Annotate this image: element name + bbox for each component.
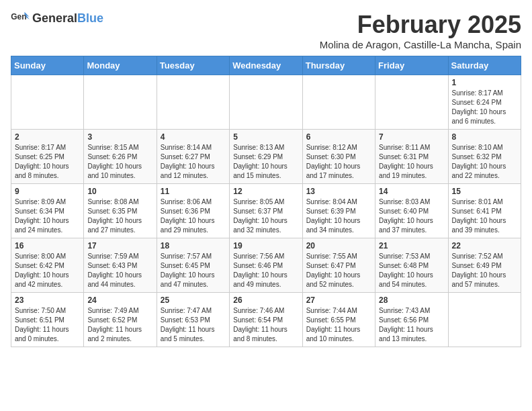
calendar-cell: 4Sunrise: 8:14 AM Sunset: 6:27 PM Daylig… — [157, 130, 229, 184]
calendar-cell: 12Sunrise: 8:05 AM Sunset: 6:37 PM Dayli… — [230, 184, 302, 238]
svg-text:Gen: Gen — [11, 12, 26, 21]
calendar-week-row: 1Sunrise: 8:17 AM Sunset: 6:24 PM Daylig… — [11, 75, 521, 130]
day-info: Sunrise: 8:03 AM Sunset: 6:40 PM Dayligh… — [379, 197, 444, 235]
day-info: Sunrise: 8:08 AM Sunset: 6:35 PM Dayligh… — [87, 197, 152, 235]
day-number: 15 — [452, 187, 517, 196]
weekday-header: Sunday — [11, 56, 84, 75]
day-info: Sunrise: 8:10 AM Sunset: 6:32 PM Dayligh… — [452, 143, 517, 181]
calendar-week-row: 16Sunrise: 8:00 AM Sunset: 6:42 PM Dayli… — [11, 238, 521, 293]
logo: Gen GeneralBlue — [11, 11, 103, 27]
calendar-cell: 7Sunrise: 8:11 AM Sunset: 6:31 PM Daylig… — [375, 130, 448, 184]
day-number: 24 — [87, 295, 152, 305]
day-info: Sunrise: 8:05 AM Sunset: 6:37 PM Dayligh… — [233, 197, 298, 235]
day-number: 26 — [233, 295, 298, 305]
day-number: 8 — [452, 132, 517, 142]
calendar: SundayMondayTuesdayWednesdayThursdayFrid… — [11, 56, 521, 347]
day-number: 2 — [15, 132, 80, 142]
calendar-cell: 3Sunrise: 8:15 AM Sunset: 6:26 PM Daylig… — [84, 130, 157, 184]
header: Gen GeneralBlue February 2025 Molina de … — [11, 11, 521, 50]
day-info: Sunrise: 7:56 AM Sunset: 6:46 PM Dayligh… — [233, 252, 298, 289]
calendar-cell: 17Sunrise: 7:59 AM Sunset: 6:43 PM Dayli… — [84, 238, 157, 293]
calendar-cell: 8Sunrise: 8:10 AM Sunset: 6:32 PM Daylig… — [448, 130, 521, 184]
calendar-cell: 9Sunrise: 8:09 AM Sunset: 6:34 PM Daylig… — [11, 184, 84, 238]
day-info: Sunrise: 7:49 AM Sunset: 6:52 PM Dayligh… — [87, 306, 152, 344]
location-title: Molina de Aragon, Castille-La Mancha, Sp… — [320, 39, 521, 50]
calendar-cell: 27Sunrise: 7:44 AM Sunset: 6:55 PM Dayli… — [302, 293, 375, 347]
weekday-header: Saturday — [448, 56, 521, 75]
day-info: Sunrise: 7:44 AM Sunset: 6:55 PM Dayligh… — [306, 306, 371, 344]
calendar-cell: 22Sunrise: 7:52 AM Sunset: 6:49 PM Dayli… — [448, 238, 521, 293]
month-title: February 2025 — [320, 11, 521, 39]
day-number: 17 — [87, 241, 152, 250]
calendar-cell: 13Sunrise: 8:04 AM Sunset: 6:39 PM Dayli… — [302, 184, 375, 238]
calendar-cell — [84, 75, 157, 130]
calendar-cell — [11, 75, 84, 130]
weekday-header: Wednesday — [230, 56, 302, 75]
calendar-cell: 16Sunrise: 8:00 AM Sunset: 6:42 PM Dayli… — [11, 238, 84, 293]
day-info: Sunrise: 8:01 AM Sunset: 6:41 PM Dayligh… — [452, 197, 517, 235]
day-number: 9 — [15, 187, 80, 196]
day-number: 5 — [233, 132, 298, 142]
calendar-cell: 25Sunrise: 7:47 AM Sunset: 6:53 PM Dayli… — [157, 293, 229, 347]
day-number: 22 — [452, 241, 517, 250]
day-info: Sunrise: 7:55 AM Sunset: 6:47 PM Dayligh… — [306, 252, 371, 289]
day-number: 6 — [306, 132, 371, 142]
day-info: Sunrise: 8:13 AM Sunset: 6:29 PM Dayligh… — [233, 143, 298, 181]
day-number: 19 — [233, 241, 298, 250]
calendar-cell: 21Sunrise: 7:53 AM Sunset: 6:48 PM Dayli… — [375, 238, 448, 293]
day-number: 21 — [379, 241, 444, 250]
day-info: Sunrise: 8:04 AM Sunset: 6:39 PM Dayligh… — [306, 197, 371, 235]
calendar-cell: 24Sunrise: 7:49 AM Sunset: 6:52 PM Dayli… — [84, 293, 157, 347]
day-info: Sunrise: 8:17 AM Sunset: 6:25 PM Dayligh… — [15, 143, 80, 181]
calendar-cell: 19Sunrise: 7:56 AM Sunset: 6:46 PM Dayli… — [230, 238, 302, 293]
calendar-week-row: 23Sunrise: 7:50 AM Sunset: 6:51 PM Dayli… — [11, 293, 521, 347]
weekday-header: Tuesday — [157, 56, 229, 75]
day-info: Sunrise: 8:15 AM Sunset: 6:26 PM Dayligh… — [87, 143, 152, 181]
calendar-cell — [302, 75, 375, 130]
day-number: 4 — [161, 132, 226, 142]
day-number: 23 — [15, 295, 80, 305]
day-number: 11 — [161, 187, 226, 196]
day-info: Sunrise: 7:46 AM Sunset: 6:54 PM Dayligh… — [233, 306, 298, 344]
day-info: Sunrise: 8:14 AM Sunset: 6:27 PM Dayligh… — [161, 143, 226, 181]
calendar-week-row: 9Sunrise: 8:09 AM Sunset: 6:34 PM Daylig… — [11, 184, 521, 238]
calendar-cell: 5Sunrise: 8:13 AM Sunset: 6:29 PM Daylig… — [230, 130, 302, 184]
calendar-cell: 23Sunrise: 7:50 AM Sunset: 6:51 PM Dayli… — [11, 293, 84, 347]
calendar-cell: 11Sunrise: 8:06 AM Sunset: 6:36 PM Dayli… — [157, 184, 229, 238]
calendar-cell: 15Sunrise: 8:01 AM Sunset: 6:41 PM Dayli… — [448, 184, 521, 238]
day-number: 20 — [306, 241, 371, 250]
title-area: February 2025 Molina de Aragon, Castille… — [320, 11, 521, 50]
day-number: 1 — [452, 78, 517, 87]
calendar-cell: 10Sunrise: 8:08 AM Sunset: 6:35 PM Dayli… — [84, 184, 157, 238]
weekday-header: Thursday — [302, 56, 375, 75]
calendar-cell — [375, 75, 448, 130]
day-info: Sunrise: 7:59 AM Sunset: 6:43 PM Dayligh… — [87, 252, 152, 289]
day-info: Sunrise: 7:53 AM Sunset: 6:48 PM Dayligh… — [379, 252, 444, 289]
day-info: Sunrise: 8:00 AM Sunset: 6:42 PM Dayligh… — [15, 252, 80, 289]
calendar-cell: 28Sunrise: 7:43 AM Sunset: 6:56 PM Dayli… — [375, 293, 448, 347]
day-info: Sunrise: 7:47 AM Sunset: 6:53 PM Dayligh… — [161, 306, 226, 344]
day-info: Sunrise: 7:52 AM Sunset: 6:49 PM Dayligh… — [452, 252, 517, 289]
day-number: 14 — [379, 187, 444, 196]
logo-blue: Blue — [77, 11, 103, 25]
calendar-header-row: SundayMondayTuesdayWednesdayThursdayFrid… — [11, 56, 521, 75]
calendar-cell — [448, 293, 521, 347]
calendar-cell — [230, 75, 302, 130]
day-number: 3 — [87, 132, 152, 142]
day-number: 13 — [306, 187, 371, 196]
day-number: 27 — [306, 295, 371, 305]
day-info: Sunrise: 8:09 AM Sunset: 6:34 PM Dayligh… — [15, 197, 80, 235]
calendar-cell: 26Sunrise: 7:46 AM Sunset: 6:54 PM Dayli… — [230, 293, 302, 347]
calendar-cell: 18Sunrise: 7:57 AM Sunset: 6:45 PM Dayli… — [157, 238, 229, 293]
logo-icon: Gen — [11, 11, 30, 27]
day-info: Sunrise: 8:06 AM Sunset: 6:36 PM Dayligh… — [161, 197, 226, 235]
calendar-cell: 6Sunrise: 8:12 AM Sunset: 6:30 PM Daylig… — [302, 130, 375, 184]
day-number: 28 — [379, 295, 444, 305]
day-number: 10 — [87, 187, 152, 196]
calendar-cell: 2Sunrise: 8:17 AM Sunset: 6:25 PM Daylig… — [11, 130, 84, 184]
calendar-cell: 20Sunrise: 7:55 AM Sunset: 6:47 PM Dayli… — [302, 238, 375, 293]
day-number: 12 — [233, 187, 298, 196]
day-number: 18 — [161, 241, 226, 250]
day-info: Sunrise: 7:43 AM Sunset: 6:56 PM Dayligh… — [379, 306, 444, 344]
calendar-cell — [157, 75, 229, 130]
